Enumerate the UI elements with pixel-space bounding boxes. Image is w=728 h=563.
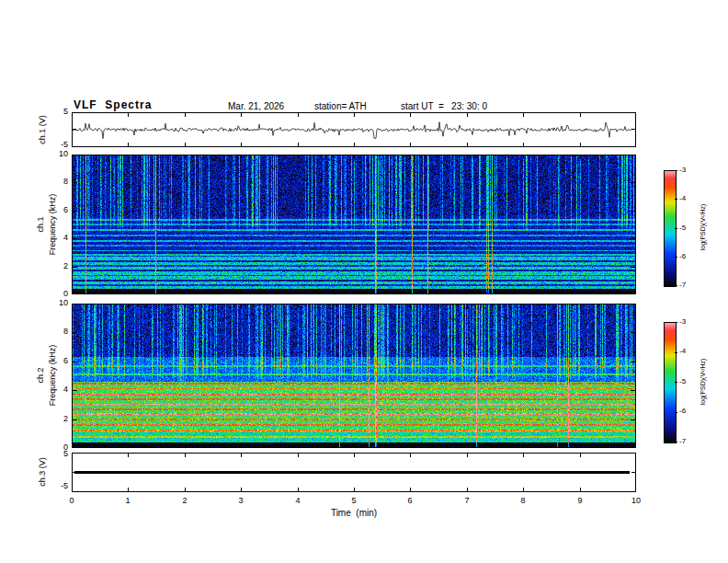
axis-tick (185, 290, 186, 293)
axis-tick (675, 322, 677, 323)
axis-tick (410, 155, 411, 159)
axis-tick (73, 211, 77, 212)
axis-tick (410, 488, 411, 491)
axis-tick (675, 382, 677, 383)
axis-tick (675, 199, 677, 200)
x-axis-label: Time (min) (308, 508, 400, 518)
axis-tick (631, 332, 635, 333)
axis-tick (73, 390, 77, 391)
ch3-waveform-ylabel: ch.3 (V) (39, 457, 47, 487)
vlf-spectra-figure: VLF Spectra Mar. 21, 2026 station= ATH s… (0, 0, 728, 563)
axis-tick (185, 443, 186, 447)
cb2-label: log(PSD)(V²/Hz) (700, 359, 706, 406)
ch1-spec-ytick: 2 (39, 262, 68, 270)
ch3-waveform-canvas (73, 454, 635, 491)
axis-tick (73, 472, 76, 473)
ch1-spec-ylabel-channel: ch.1 (37, 216, 45, 232)
ch1-spec-ylabel-frequency: Frequency (kHz) (49, 194, 57, 256)
axis-tick (241, 488, 242, 491)
axis-tick (73, 129, 76, 130)
axis-tick (298, 443, 299, 447)
axis-tick (241, 454, 242, 457)
axis-tick (354, 290, 355, 293)
x-tick: 4 (284, 497, 312, 505)
axis-tick (523, 443, 524, 447)
axis-tick (298, 454, 299, 457)
axis-tick (410, 290, 411, 293)
axis-tick (467, 113, 468, 117)
x-tick: 7 (453, 497, 481, 505)
ch1-waveform-ylabel: ch.1 (V) (39, 115, 47, 144)
plot-date: Mar. 21, 2026 (228, 102, 284, 111)
x-tick: 8 (509, 497, 537, 505)
axis-tick (185, 304, 186, 308)
x-tick: 2 (171, 497, 199, 505)
axis-tick (675, 412, 677, 413)
cb1-tick: -6 (679, 253, 700, 260)
axis-tick (298, 143, 299, 146)
axis-tick (128, 488, 129, 491)
x-tick: 5 (340, 497, 368, 505)
x-tick: 10 (622, 497, 650, 505)
colorbar-ch2-canvas (665, 323, 676, 442)
axis-tick (354, 304, 355, 308)
axis-tick (675, 170, 677, 171)
axis-tick (73, 238, 77, 239)
axis-tick (580, 488, 581, 491)
x-tick: 6 (396, 497, 424, 505)
axis-tick (631, 390, 635, 391)
axis-tick (523, 304, 524, 308)
axis-tick (241, 143, 242, 146)
axis-tick (73, 362, 77, 362)
axis-tick (631, 472, 635, 473)
axis-tick (298, 155, 299, 159)
axis-tick (467, 488, 468, 491)
axis-tick (631, 362, 635, 362)
axis-tick (467, 454, 468, 457)
axis-tick (675, 352, 677, 353)
ch2-spectrogram-canvas (73, 304, 635, 447)
axis-tick (128, 443, 129, 447)
axis-tick (128, 304, 129, 308)
axis-tick (631, 129, 635, 130)
axis-tick (580, 443, 581, 447)
axis-tick (128, 290, 129, 293)
axis-tick (410, 143, 411, 146)
panel-ch1-spectrogram (72, 155, 636, 294)
plot-start-ut: start UT = 23: 30: 0 (401, 102, 487, 111)
axis-tick (241, 304, 242, 308)
axis-tick (523, 454, 524, 457)
ch2-spec-ytick: 2 (39, 415, 68, 423)
axis-tick (675, 285, 677, 286)
axis-tick (523, 155, 524, 159)
plot-station: station= ATH (314, 102, 367, 111)
axis-tick (354, 488, 355, 491)
axis-tick (675, 442, 677, 442)
axis-tick (467, 290, 468, 293)
axis-tick (354, 143, 355, 146)
axis-tick (298, 113, 299, 117)
ch1-spec-ytick: 0 (39, 290, 68, 298)
axis-tick (73, 182, 77, 183)
panel-ch3-waveform (72, 453, 636, 492)
ch2-spec-ylabel-frequency: Frequency (kHz) (49, 345, 57, 407)
ch1-spec-ytick: 8 (39, 178, 68, 186)
axis-tick (354, 454, 355, 457)
axis-tick (128, 113, 129, 117)
axis-tick (631, 267, 635, 268)
axis-tick (185, 155, 186, 159)
axis-tick (467, 155, 468, 159)
axis-tick (73, 332, 77, 333)
axis-tick (241, 155, 242, 159)
ch2-spec-ylabel-channel: ch.2 (37, 367, 45, 383)
axis-tick (467, 443, 468, 447)
ch1-spec-ytick: 10 (39, 150, 68, 158)
axis-tick (410, 454, 411, 457)
cb1-tick: -7 (679, 282, 700, 289)
axis-tick (298, 304, 299, 308)
x-tick: 3 (227, 497, 255, 505)
axis-tick (73, 267, 77, 268)
axis-tick (631, 238, 635, 239)
ch1-waveform-canvas (73, 113, 635, 146)
axis-tick (580, 143, 581, 146)
